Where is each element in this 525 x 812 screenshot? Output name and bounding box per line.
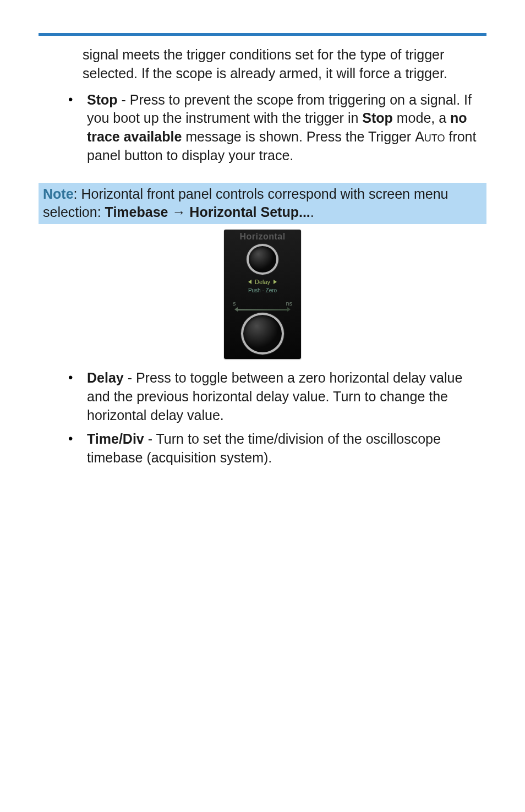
delay-item: Delay - Press to toggle between a zero h…: [68, 369, 486, 424]
time-unit-row: s ns: [227, 299, 298, 308]
timediv-item: Time/Div - Turn to set the time/division…: [68, 430, 486, 467]
delay-knob: [247, 244, 278, 275]
panel-title: Horizontal: [239, 231, 285, 243]
stop-text3: message is shown. Press the Trigger: [182, 129, 415, 144]
note-prefix: Note: [43, 186, 74, 201]
panel-image: Horizontal Delay Push - Zero s ns: [39, 230, 486, 359]
arrow-left-icon: [248, 280, 251, 284]
panel-push-label: Push - Zero: [248, 287, 277, 295]
unit-ns: ns: [286, 299, 292, 308]
trigger-bullets: Stop - Press to prevent the scope from t…: [39, 91, 486, 165]
timediv-knob: [241, 313, 284, 355]
unit-s: s: [233, 299, 236, 308]
panel-delay-label: Delay: [255, 278, 270, 286]
arrow-right-icon: [274, 280, 277, 284]
continuation-text: signal meets the trigger conditions set …: [83, 47, 447, 81]
delay-label: Delay: [87, 370, 124, 385]
continuation-paragraph: signal meets the trigger conditions set …: [39, 46, 486, 83]
note-box: Note: Horizontal front panel controls co…: [39, 183, 486, 225]
delay-label-row: Delay: [248, 278, 277, 286]
note-period: .: [310, 204, 314, 220]
auto-button-ref: Auto: [415, 129, 445, 144]
stop-label: Stop: [87, 92, 118, 107]
timediv-label: Time/Div: [87, 431, 144, 446]
horizontal-bullets: Delay - Press to toggle between a zero h…: [39, 369, 486, 467]
note-menu: Timebase → Horizontal Setup...: [105, 204, 310, 220]
horizontal-panel: Horizontal Delay Push - Zero s ns: [224, 230, 301, 359]
stop-mode: Stop: [362, 110, 393, 126]
delay-text: - Press to toggle between a zero horizon…: [87, 370, 462, 423]
header-rule: [39, 33, 486, 36]
stop-text2: mode, a: [393, 110, 450, 126]
range-arrow-icon: [237, 309, 288, 310]
stop-item: Stop - Press to prevent the scope from t…: [68, 91, 486, 165]
